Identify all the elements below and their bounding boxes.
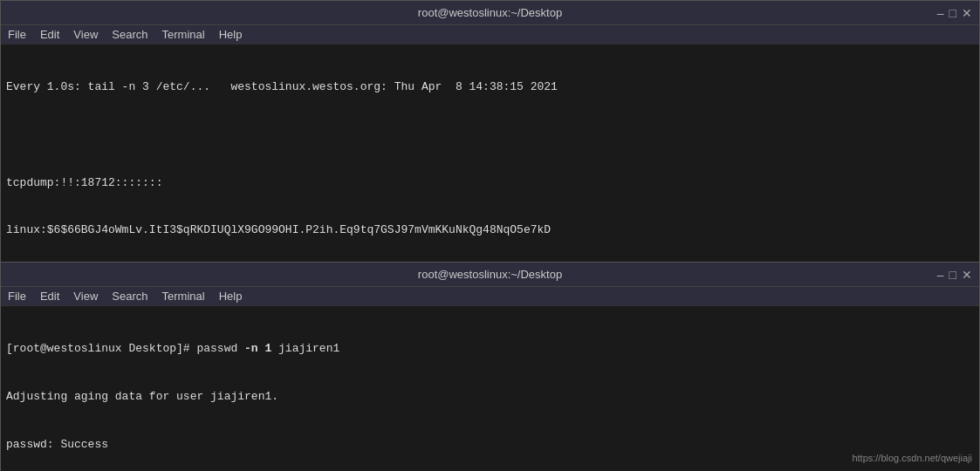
menu-view-top[interactable]: View	[73, 28, 98, 41]
menu-terminal-top[interactable]: Terminal	[162, 28, 205, 41]
watermark: https://blog.csdn.net/qwejiaji	[852, 453, 972, 463]
menu-edit-bottom[interactable]: Edit	[40, 290, 59, 303]
bottom-line-1: Adjusting aging data for user jiajiren1.	[6, 389, 974, 405]
terminal-line-1	[6, 127, 974, 143]
menu-bar-top: File Edit View Search Terminal Help	[1, 25, 979, 44]
terminal-window-top: root@westoslinux:~/Desktop – □ ✕ File Ed…	[0, 0, 980, 262]
bottom-line-0: [root@westoslinux Desktop]# passwd -n 1 …	[6, 341, 974, 357]
title-text-bottom: root@westoslinux:~/Desktop	[418, 268, 562, 281]
menu-file-bottom[interactable]: File	[8, 290, 26, 303]
minimize-button-bottom[interactable]: –	[937, 269, 944, 281]
terminal-window-bottom: root@westoslinux:~/Desktop – □ ✕ File Ed…	[0, 262, 980, 471]
menu-terminal-bottom[interactable]: Terminal	[162, 290, 205, 303]
close-button-bottom[interactable]: ✕	[962, 269, 972, 281]
menu-edit-top[interactable]: Edit	[40, 28, 59, 41]
menu-bar-bottom: File Edit View Search Terminal Help	[1, 287, 979, 306]
title-bar-top: root@westoslinux:~/Desktop – □ ✕	[1, 1, 979, 25]
maximize-button-top[interactable]: □	[949, 7, 956, 19]
menu-help-top[interactable]: Help	[219, 28, 243, 41]
title-bar-bottom: root@westoslinux:~/Desktop – □ ✕	[1, 263, 979, 287]
bold-n-flag: -n 1	[244, 342, 271, 355]
close-button-top[interactable]: ✕	[962, 7, 972, 19]
terminal-content-bottom: [root@westoslinux Desktop]# passwd -n 1 …	[1, 306, 979, 471]
bottom-line-2: passwd: Success	[6, 437, 974, 453]
maximize-button-bottom[interactable]: □	[949, 269, 956, 281]
menu-view-bottom[interactable]: View	[73, 290, 98, 303]
terminal-line-2: tcpdump:!!:18712:::::::	[6, 175, 974, 191]
minimize-button-top[interactable]: –	[937, 7, 944, 19]
menu-search-top[interactable]: Search	[112, 28, 147, 41]
title-text-top: root@westoslinux:~/Desktop	[418, 6, 562, 19]
window-controls-bottom: – □ ✕	[937, 269, 972, 281]
window-controls-top: – □ ✕	[937, 7, 972, 19]
terminal-line-0: Every 1.0s: tail -n 3 /etc/... westoslin…	[6, 79, 974, 95]
terminal-line-3: linux:$6$66BGJ4oWmLv.ItI3$qRKDIUQlX9GO99…	[6, 222, 974, 238]
menu-search-bottom[interactable]: Search	[112, 290, 147, 303]
menu-help-bottom[interactable]: Help	[219, 290, 243, 303]
menu-file-top[interactable]: File	[8, 28, 26, 41]
